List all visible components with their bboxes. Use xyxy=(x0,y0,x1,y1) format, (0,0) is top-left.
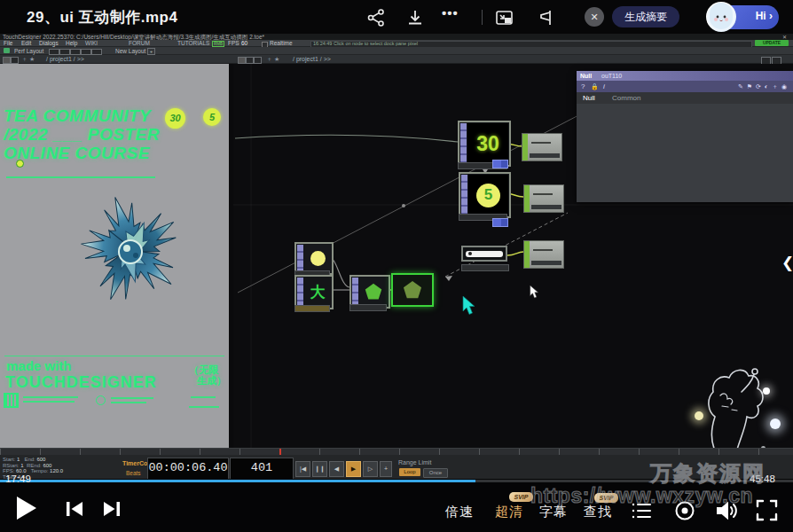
tab-common[interactable]: Common xyxy=(612,92,640,104)
more-icon[interactable]: ••• xyxy=(442,5,459,20)
info-icon[interactable]: i xyxy=(603,81,605,92)
menu-help[interactable]: Help xyxy=(66,40,77,47)
close-icon[interactable]: ✕ xyxy=(585,7,604,27)
assistant-label: Hi › xyxy=(756,10,773,22)
beats-label[interactable]: Beats xyxy=(126,470,141,476)
pane-icon[interactable] xyxy=(3,57,11,64)
once-chip[interactable]: Once xyxy=(423,468,448,478)
fps-label: FPS xyxy=(228,40,239,47)
menu-dialogs[interactable]: Dialogs xyxy=(39,40,59,47)
next-episode-button[interactable] xyxy=(101,500,122,518)
transport-add[interactable]: + xyxy=(380,461,392,477)
pane-icon[interactable] xyxy=(238,57,246,64)
pane-icon[interactable] xyxy=(11,57,19,64)
perf-layout-label[interactable]: Perf Layout xyxy=(14,47,43,55)
transport-play[interactable]: ▶ xyxy=(346,461,361,477)
node-text5-badge[interactable] xyxy=(492,218,508,227)
transport-pause[interactable]: ❙❙ xyxy=(312,461,327,477)
pane-icon[interactable] xyxy=(246,57,254,64)
video-title: 29、ui 互动制作.mp4 xyxy=(27,7,177,27)
menu-forum[interactable]: FORUM xyxy=(129,40,150,47)
assistant-entry[interactable]: Hi › xyxy=(706,2,781,32)
generate-summary-button[interactable]: 生成摘要 xyxy=(612,6,679,27)
node-chop-c[interactable] xyxy=(523,240,564,269)
menu-wiki[interactable]: WIKI xyxy=(85,40,98,47)
transport-forward[interactable]: ▷ xyxy=(363,461,378,477)
layout-slot[interactable] xyxy=(59,49,70,55)
flag-icon[interactable] xyxy=(536,8,555,27)
layout-icon[interactable] xyxy=(4,48,10,53)
menu-file[interactable]: File xyxy=(4,40,12,47)
speed-button[interactable]: 倍速 xyxy=(445,504,474,520)
qr-code xyxy=(4,393,19,408)
cursor-primary xyxy=(462,296,476,316)
prev-episode-button[interactable] xyxy=(64,500,85,518)
node-slider-label xyxy=(461,264,509,271)
transport-first[interactable]: |◀ xyxy=(295,461,310,477)
fineprint-bar xyxy=(23,401,75,403)
side-panel-chevron[interactable]: ❮ xyxy=(781,254,793,272)
td-menu-bar: File Edit Dialogs Help WIKI FORUM TUTORI… xyxy=(0,40,793,47)
timeline-ruler[interactable] xyxy=(0,449,793,455)
slider-handle[interactable] xyxy=(468,252,472,255)
pane-tools[interactable]: ＋ ★ xyxy=(266,55,279,64)
param-toolbar-icons[interactable]: ✎ ⚑ ⟳ ◐ ＋ ◉ xyxy=(738,81,788,92)
share-icon[interactable] xyxy=(366,8,386,27)
node-text5[interactable]: 5 xyxy=(459,172,511,218)
node-chop-b[interactable] xyxy=(523,184,564,213)
pip-icon[interactable] xyxy=(495,8,514,27)
timeline-playhead[interactable] xyxy=(279,449,281,455)
add-layout-button[interactable]: + xyxy=(147,48,155,55)
loop-chip[interactable]: Loop xyxy=(399,468,420,476)
volume-icon[interactable] xyxy=(714,499,739,522)
lock-icon[interactable]: 🔒 xyxy=(591,81,599,92)
realtime-label: Realtime xyxy=(270,40,293,47)
new-layout-label[interactable]: New Layout xyxy=(115,47,145,55)
fineprint-bar xyxy=(191,396,216,398)
right-pane-path[interactable]: / project1 / >> xyxy=(293,55,331,64)
layout-slot[interactable] xyxy=(81,49,91,55)
playlist-icon[interactable] xyxy=(631,502,652,520)
progress-played xyxy=(0,480,475,482)
current-time-label: 17:49 xyxy=(5,473,31,484)
node-selected[interactable] xyxy=(391,273,434,307)
poster-viewer-pane: TEA COMMUNITY /2022 ___ POSTER ONLINE CO… xyxy=(0,64,229,448)
node-text30-value: 30 xyxy=(476,132,499,156)
fullscreen-icon[interactable] xyxy=(756,499,778,521)
node-chop-a[interactable] xyxy=(522,133,562,161)
layout-slot[interactable] xyxy=(91,49,102,55)
record-icon[interactable] xyxy=(673,499,696,522)
node-slider[interactable] xyxy=(461,246,507,262)
td-window-close-icon[interactable]: ✕ xyxy=(782,34,787,40)
download-icon[interactable] xyxy=(405,8,425,27)
layout-slot[interactable] xyxy=(49,49,59,55)
flower-render xyxy=(46,168,215,332)
transport-back[interactable]: ◀ xyxy=(329,461,344,477)
search-button[interactable]: 查找 xyxy=(584,504,612,520)
player-top-bar: 29、ui 互动制作.mp4 ••• ✕ 生成摘要 Hi › xyxy=(0,0,793,34)
fineprint-bar xyxy=(189,406,219,408)
help-icon[interactable]: ? xyxy=(581,81,585,92)
pane-tools[interactable]: ＋ ★ xyxy=(21,55,35,64)
parameter-panel-titlebar[interactable]: Null ouT110 xyxy=(577,71,793,81)
op-type: Null xyxy=(580,71,592,81)
parameter-panel: Null ouT110 ? 🔒 i ✎ ⚑ ⟳ ◐ ＋ ◉ Null Commo… xyxy=(577,71,793,202)
quality-button[interactable]: 超清 xyxy=(495,504,523,520)
node-text30-badge[interactable] xyxy=(492,160,508,168)
play-button[interactable] xyxy=(14,495,39,521)
fineprint-bar xyxy=(111,397,153,399)
progress-bar[interactable] xyxy=(0,480,793,482)
subtitle-button[interactable]: 字幕 xyxy=(539,504,568,520)
timecode-display: 00:00:06.40 xyxy=(147,458,229,480)
layout-slot[interactable] xyxy=(70,49,81,55)
slogan-bottom: 生成） xyxy=(197,374,226,387)
node-flag-strip[interactable] xyxy=(461,175,467,215)
cursor-secondary xyxy=(530,286,539,299)
node-flag-strip[interactable] xyxy=(460,123,467,164)
td-layout-bar: Perf Layout New Layout + xyxy=(0,47,793,55)
menu-tutorials[interactable]: TUTORIALS xyxy=(177,40,209,47)
menu-edit[interactable]: Edit xyxy=(21,40,31,47)
pane-icon[interactable] xyxy=(254,57,262,64)
update-button[interactable]: UPDATE xyxy=(755,40,789,46)
left-pane-path[interactable]: / project1 / >> xyxy=(46,55,84,64)
